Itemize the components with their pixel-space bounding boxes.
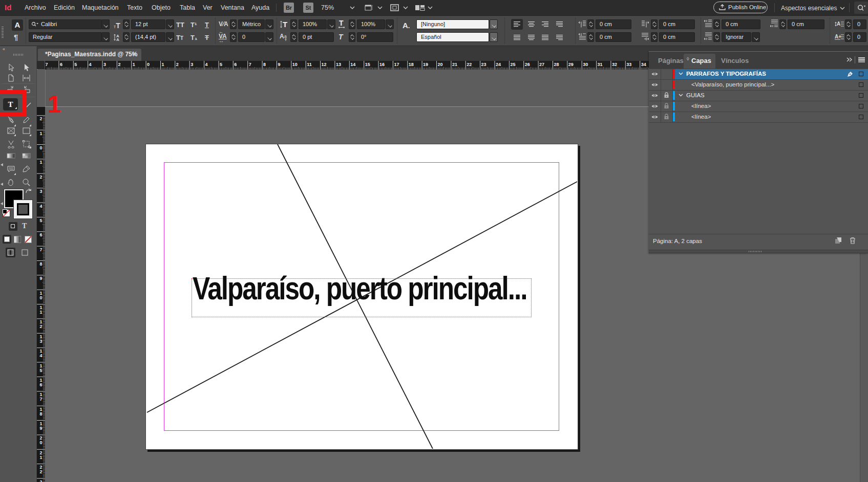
svg-text:6: 6 xyxy=(39,382,42,387)
svg-text:30: 30 xyxy=(583,62,588,67)
svg-text:0: 0 xyxy=(39,295,42,300)
svg-text:14: 14 xyxy=(350,62,355,67)
svg-text:21: 21 xyxy=(452,62,457,67)
svg-text:2: 2 xyxy=(39,116,42,121)
svg-text:7: 7 xyxy=(39,247,42,252)
svg-text:2: 2 xyxy=(39,324,42,329)
svg-text:0: 0 xyxy=(147,62,150,67)
svg-text:9: 9 xyxy=(39,426,42,431)
svg-text:0: 0 xyxy=(39,145,42,150)
svg-text:T: T xyxy=(283,20,287,29)
svg-text:1: 1 xyxy=(39,131,42,136)
svg-text:2: 2 xyxy=(176,62,179,67)
svg-text:1: 1 xyxy=(39,160,42,165)
svg-text:4: 4 xyxy=(205,62,208,67)
svg-text:29: 29 xyxy=(568,62,574,67)
svg-text:3: 3 xyxy=(39,189,42,194)
svg-text:5: 5 xyxy=(74,62,77,67)
svg-text:24: 24 xyxy=(496,62,501,67)
svg-text:1: 1 xyxy=(39,310,42,315)
svg-text:T: T xyxy=(339,20,344,27)
svg-text:11: 11 xyxy=(307,62,312,67)
svg-text:4: 4 xyxy=(89,62,92,67)
svg-text:6: 6 xyxy=(234,62,237,67)
svg-text:17: 17 xyxy=(394,62,399,67)
svg-text:32: 32 xyxy=(612,62,617,67)
svg-text:3: 3 xyxy=(190,62,193,67)
svg-text:2: 2 xyxy=(39,174,42,180)
svg-text:7: 7 xyxy=(46,62,48,67)
svg-text:A+: A+ xyxy=(835,34,841,39)
svg-text:8: 8 xyxy=(263,62,266,67)
svg-text:0: 0 xyxy=(39,440,42,445)
svg-text:A: A xyxy=(280,33,284,40)
svg-text:3: 3 xyxy=(39,339,42,344)
svg-text:22: 22 xyxy=(467,62,472,67)
svg-text:16: 16 xyxy=(379,62,385,67)
svg-text:9: 9 xyxy=(278,62,280,67)
svg-text:6: 6 xyxy=(60,62,62,67)
svg-text:8: 8 xyxy=(39,411,42,417)
svg-text:27: 27 xyxy=(539,62,544,67)
svg-text:1: 1 xyxy=(162,62,164,67)
svg-text:31: 31 xyxy=(598,62,603,67)
svg-text:1: 1 xyxy=(39,455,42,460)
svg-text:18: 18 xyxy=(409,62,414,67)
svg-text:a: a xyxy=(284,34,287,38)
svg-text:7: 7 xyxy=(249,62,251,67)
svg-text:13: 13 xyxy=(336,62,341,67)
svg-text:1: 1 xyxy=(133,62,135,67)
svg-text:5: 5 xyxy=(39,218,42,223)
svg-text:2: 2 xyxy=(39,469,42,474)
svg-text:34: 34 xyxy=(641,62,646,67)
svg-text:4: 4 xyxy=(39,353,42,358)
svg-text:7: 7 xyxy=(39,397,42,402)
svg-text:5: 5 xyxy=(220,62,222,67)
svg-text:6: 6 xyxy=(39,232,42,237)
svg-text:28: 28 xyxy=(554,62,559,67)
svg-text:20: 20 xyxy=(438,62,443,67)
svg-text:23: 23 xyxy=(481,62,486,67)
svg-text:25: 25 xyxy=(510,62,515,67)
svg-text:2: 2 xyxy=(39,479,42,482)
svg-text:26: 26 xyxy=(525,62,530,67)
svg-text:2: 2 xyxy=(118,62,120,67)
svg-text:10: 10 xyxy=(292,62,298,67)
svg-text:12: 12 xyxy=(322,62,327,67)
svg-text:9: 9 xyxy=(39,276,42,281)
svg-text:19: 19 xyxy=(423,62,428,67)
svg-text:4: 4 xyxy=(39,204,42,209)
svg-text:A: A xyxy=(837,21,840,27)
svg-text:5: 5 xyxy=(39,368,42,373)
svg-text:8: 8 xyxy=(39,261,42,267)
svg-text:A: A xyxy=(116,37,119,41)
svg-text:33: 33 xyxy=(626,62,631,67)
svg-text:3: 3 xyxy=(103,62,106,67)
svg-text:15: 15 xyxy=(365,62,370,67)
